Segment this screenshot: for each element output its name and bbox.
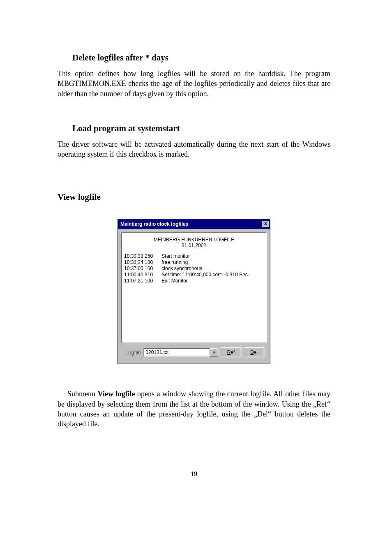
log-header-line2: 31.01.2002 <box>149 243 239 248</box>
logfile-value[interactable]: 020131.txt <box>143 348 210 356</box>
footer-bold: View logfile <box>98 390 135 398</box>
log-ts: 11:07:21,100 <box>124 278 160 284</box>
log-msg: Exit Monitor <box>161 278 187 284</box>
dialog-title: Meinberg radio clock logfiles <box>120 221 188 227</box>
del-mnemonic: D <box>250 349 254 355</box>
heading-view-logfile: View logfile <box>58 192 330 202</box>
page-number: 19 <box>58 470 330 478</box>
footer-prefix: Submenu <box>67 390 98 398</box>
log-row: 10:33:33,250 Start monitor <box>124 253 264 259</box>
log-ts: 10:37:00,160 <box>124 266 160 272</box>
log-msg: free running <box>161 259 188 265</box>
combobox-dropdown-button[interactable]: ▼ <box>210 348 218 356</box>
dialog-body: MEINBERG FUNKUHREN LOGFILE 31.01.2002 10… <box>118 229 270 364</box>
log-row: 11:07:21,100 Exit Monitor <box>124 278 264 284</box>
ref-mnemonic: R <box>227 349 231 355</box>
log-msg: clock synchronous <box>161 266 202 271</box>
log-row: 10:33:34,130 free running <box>124 259 264 266</box>
logfiles-dialog: Meinberg radio clock logfiles ✕ MEINBERG… <box>118 219 270 364</box>
ref-button[interactable]: Ref <box>221 347 241 357</box>
log-ts: 11:00:40,310 <box>124 272 160 278</box>
log-msg: Set time: 11:00:40,000 corr: -0.310 Sec. <box>161 272 249 278</box>
para-load-program: The driver software will be activated au… <box>58 139 330 160</box>
ref-rest: ef <box>231 349 235 355</box>
chevron-down-icon: ▼ <box>212 351 216 354</box>
log-rows: 10:33:33,250 Start monitor 10:33:34,130 … <box>124 253 264 284</box>
log-header: MEINBERG FUNKUHREN LOGFILE 31.01.2002 <box>149 237 239 248</box>
dialog-titlebar[interactable]: Meinberg radio clock logfiles ✕ <box>118 219 270 229</box>
log-row: 11:00:40,310 Set time: 11:00:40,000 corr… <box>124 272 264 278</box>
heading-load-program: Load program at systemstart <box>72 123 330 134</box>
close-icon: ✕ <box>264 221 267 226</box>
heading-delete-logfiles: Delete logfiles after * days <box>72 53 330 63</box>
del-button[interactable]: Del <box>244 347 264 357</box>
para-delete-logfiles: This option defines how long logfiles wi… <box>58 69 330 99</box>
logfile-label: Logfile <box>125 349 141 356</box>
log-header-line1: MEINBERG FUNKUHREN LOGFILE <box>149 237 239 243</box>
log-content-panel[interactable]: MEINBERG FUNKUHREN LOGFILE 31.01.2002 10… <box>121 232 267 343</box>
para-view-logfile: Submenu View logfile opens a window show… <box>58 389 330 429</box>
log-ts: 10:33:33,250 <box>124 253 160 259</box>
logfile-combobox[interactable]: 020131.txt ▼ <box>143 348 218 356</box>
log-msg: Start monitor <box>161 253 190 259</box>
log-ts: 10:33:34,130 <box>124 259 160 266</box>
dialog-figure: Meinberg radio clock logfiles ✕ MEINBERG… <box>58 219 330 364</box>
close-button[interactable]: ✕ <box>262 221 269 227</box>
dialog-bottom-row: Logfile 020131.txt ▼ Ref Del <box>121 343 267 361</box>
log-row: 10:37:00,160 clock synchronous <box>124 266 264 272</box>
del-rest: el <box>254 349 258 355</box>
